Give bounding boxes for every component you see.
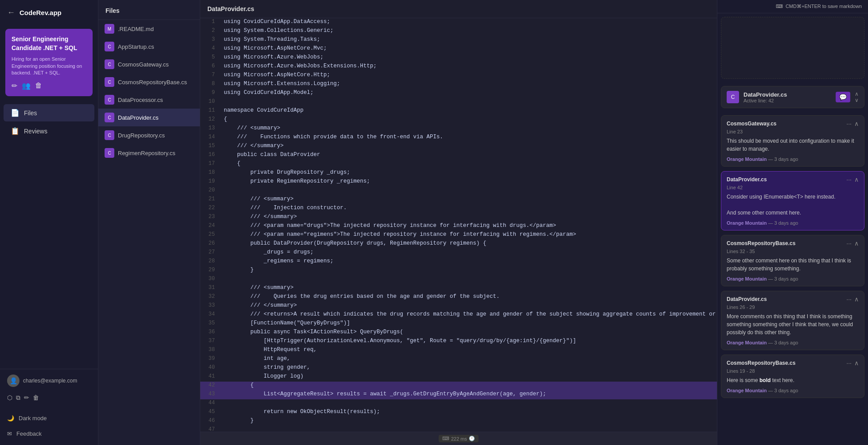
active-file-comment-button[interactable]: 💬 xyxy=(836,92,850,102)
feedback-item[interactable]: ✉ Feedback xyxy=(0,426,98,441)
file-item-dataprocessor[interactable]: C DataProcessor.cs xyxy=(98,91,200,109)
line-content: { xyxy=(220,116,717,125)
line-number: 41 xyxy=(200,373,220,382)
comment-input-area[interactable] xyxy=(721,17,864,79)
line-content: namespace CovidCureIdApp xyxy=(220,107,717,116)
line-number: 27 xyxy=(200,249,220,258)
chevron-controls: ∧ ∨ xyxy=(855,91,859,103)
comment-menu-icon[interactable]: ··· xyxy=(846,359,852,367)
file-icon-dataprovider: C xyxy=(105,113,114,122)
files-label: Files xyxy=(24,109,37,117)
comment-card-comment-2[interactable]: DataProvider.cs···∧Line 42Consider using… xyxy=(721,171,864,230)
line-number: 8 xyxy=(200,80,220,89)
file-item-appstartup[interactable]: C AppStartup.cs xyxy=(98,38,200,55)
comment-card-comment-1[interactable]: CosmosGateway.cs···∧Line 23This should b… xyxy=(721,115,864,167)
comment-header: CosmosRepositoryBase.cs···∧ xyxy=(727,240,859,247)
comment-card-comment-5[interactable]: CosmosRepositoryBase.cs···∧Lines 19 - 28… xyxy=(721,355,864,398)
code-line-14: 14 /// Functions which provide data to t… xyxy=(200,133,717,142)
code-content[interactable]: 1using CovidCureIdApp.DataAccess;2using … xyxy=(200,18,717,432)
file-name-drugrepository: DrugRepository.cs xyxy=(118,132,165,139)
comment-file: DataProvider.cs xyxy=(727,176,767,183)
comment-card-comment-4[interactable]: DataProvider.cs···∧Lines 26 - 29More com… xyxy=(721,291,864,350)
line-number: 31 xyxy=(200,284,220,293)
line-number: 20 xyxy=(200,187,220,195)
comment-menu-icon[interactable]: ··· xyxy=(846,120,852,127)
dark-mode-item[interactable]: 🌙 Dark mode xyxy=(0,410,98,426)
line-content: { xyxy=(220,382,717,390)
comment-collapse-icon[interactable]: ∧ xyxy=(854,240,859,247)
line-number: 40 xyxy=(200,364,220,373)
comment-menu-icon[interactable]: ··· xyxy=(846,176,852,183)
code-line-41: 41 ILogger log) xyxy=(200,373,717,382)
comment-collapse-icon[interactable]: ∧ xyxy=(854,176,859,183)
sidebar-item-files[interactable]: 📄 Files xyxy=(4,104,94,121)
line-number: 7 xyxy=(200,71,220,80)
comment-icon: 💬 xyxy=(839,94,847,101)
line-number: 45 xyxy=(200,408,220,417)
copy-icon[interactable]: ⧉ xyxy=(16,394,20,402)
job-description: Hiring for an open Senior Engineering po… xyxy=(12,56,86,76)
back-button[interactable]: ← xyxy=(7,8,15,17)
code-editor: DataProvider.cs 1using CovidCureIdApp.Da… xyxy=(200,0,717,445)
file-icon-dataprocessor: C xyxy=(105,95,114,105)
code-line-16: 16 public class DataProvider xyxy=(200,151,717,160)
code-line-18: 18 private DrugRepository _drugs; xyxy=(200,169,717,178)
line-content: } xyxy=(220,417,717,426)
edit-icon[interactable]: ✏ xyxy=(12,82,17,90)
active-file-name: DataProvider.cs xyxy=(743,91,831,98)
line-content: } xyxy=(220,266,717,275)
line-content: { xyxy=(220,160,717,169)
code-line-8: 8using Microsoft.Extensions.Logging; xyxy=(200,80,717,89)
delete-user-icon[interactable]: 🗑 xyxy=(33,394,39,402)
comment-file: CosmosRepositoryBase.cs xyxy=(727,360,795,366)
sidebar-item-reviews[interactable]: 📋 Reviews xyxy=(4,122,94,140)
line-number: 3 xyxy=(200,36,220,45)
line-number: 5 xyxy=(200,54,220,62)
active-file-icon: C xyxy=(727,91,739,103)
comment-collapse-icon[interactable]: ∧ xyxy=(854,359,859,367)
line-content: public async Task<IActionResult> QueryBy… xyxy=(220,328,717,337)
user-email: charles@example.com xyxy=(23,378,77,384)
file-item-cosmosgateway[interactable]: C CosmosGateway.cs xyxy=(98,55,200,73)
code-line-21: 21 /// <summary> xyxy=(200,195,717,204)
line-number: 19 xyxy=(200,178,220,187)
line-number: 30 xyxy=(200,275,220,284)
chevron-down-icon[interactable]: ∨ xyxy=(855,98,859,103)
comment-footer: Orange Mountain — 3 days ago xyxy=(727,156,859,162)
file-icon-appstartup: C xyxy=(105,42,114,51)
chevron-up-icon[interactable]: ∧ xyxy=(855,91,859,97)
file-item-regimenrepository[interactable]: C RegimenRepository.cs xyxy=(98,144,200,162)
comment-card-comment-3[interactable]: CosmosRepositoryBase.cs···∧Lines 32 - 35… xyxy=(721,235,864,286)
line-content: using System.Threading.Tasks; xyxy=(220,36,717,45)
delete-icon[interactable]: 🗑 xyxy=(35,82,42,90)
people-icon[interactable]: 👥 xyxy=(22,82,31,90)
job-card-actions: ✏ 👥 🗑 xyxy=(12,82,86,90)
file-item-cosmosrepositorybase[interactable]: C CosmosRepositoryBase.cs xyxy=(98,73,200,91)
line-number: 36 xyxy=(200,328,220,337)
code-line-10: 10 xyxy=(200,98,717,107)
code-line-47: 47 xyxy=(200,426,717,432)
line-number: 38 xyxy=(200,346,220,355)
comment-collapse-icon[interactable]: ∧ xyxy=(854,120,859,127)
shrink-icon[interactable]: ⬡ xyxy=(7,394,12,402)
comment-actions: ···∧ xyxy=(846,296,859,303)
files-panel-header: Files xyxy=(98,0,200,20)
clock-icon: 🕐 xyxy=(469,436,475,441)
comment-menu-icon[interactable]: ··· xyxy=(846,240,852,247)
reviews-label: Reviews xyxy=(24,128,47,135)
line-number: 18 xyxy=(200,169,220,178)
sidebar-user-section: 👤 charles@example.com ⬡ ⧉ ✏ 🗑 xyxy=(0,369,98,407)
file-item-dataprovider[interactable]: C DataProvider.cs xyxy=(98,109,200,126)
comment-collapse-icon[interactable]: ∧ xyxy=(854,296,859,303)
line-number: 23 xyxy=(200,213,220,222)
line-number: 22 xyxy=(200,204,220,213)
comment-menu-icon[interactable]: ··· xyxy=(846,296,852,303)
line-content: HttpRequest req, xyxy=(220,346,717,355)
file-item-drugrepository[interactable]: C DrugRepository.cs xyxy=(98,126,200,144)
line-content: public DataProvider(DrugRepository drugs… xyxy=(220,240,717,249)
edit-user-icon[interactable]: ✏ xyxy=(24,394,29,402)
file-item-readme[interactable]: M .README.md xyxy=(98,20,200,38)
line-content: private RegimenRepository _regimens; xyxy=(220,178,717,187)
code-line-35: 35 [FunctionName("QueryByDrugs")] xyxy=(200,320,717,328)
file-icon-drugrepository: C xyxy=(105,130,114,140)
